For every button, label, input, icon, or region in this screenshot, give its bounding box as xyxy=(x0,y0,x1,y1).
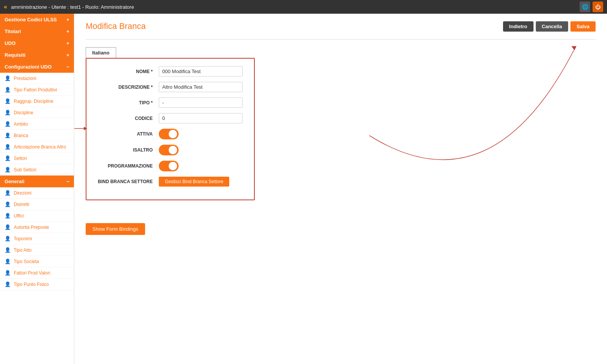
sidebar-item-label: Tipo Punto Fisico xyxy=(14,282,49,287)
user-icon: 👤 xyxy=(5,133,11,138)
sidebar-toggle-icon: + xyxy=(66,52,69,58)
sidebar-section-requisiti[interactable]: Requisiti+ xyxy=(0,49,74,61)
user-icon: 👤 xyxy=(5,98,11,104)
sidebar-item-tipo-punto-fisico[interactable]: 👤Tipo Punto Fisico xyxy=(0,279,74,290)
user-icon: 👤 xyxy=(5,224,11,230)
form-row-bind: BIND BRANCA SETTORE Gestisci Bind Branca… xyxy=(98,177,243,187)
sidebar-item-label: Prestazioni xyxy=(14,76,36,81)
user-icon: 👤 xyxy=(5,155,11,161)
form-row-codice: CODICE xyxy=(98,113,243,123)
sidebar-item-label: Tipo Societa xyxy=(14,259,39,264)
input-tipo[interactable] xyxy=(159,97,243,108)
sidebar-item-label: Discipline xyxy=(14,110,33,115)
user-icon: 👤 xyxy=(5,247,11,253)
sidebar-item-autorita-preposte[interactable]: 👤Autorita Preposte xyxy=(0,222,74,233)
show-bindings-button[interactable]: Show Form Bindings xyxy=(86,223,145,235)
sidebar-toggle-icon: − xyxy=(66,179,69,184)
toggle-programmazione[interactable] xyxy=(159,161,179,171)
user-icon: 👤 xyxy=(5,201,11,207)
input-descrizione[interactable] xyxy=(159,82,243,92)
sidebar-section-gestione-codici-ulss[interactable]: Gestione Codici ULSS+ xyxy=(0,14,74,26)
form-row-descrizione: DESCRIZIONE * xyxy=(98,82,243,92)
sidebar-item-direzioni[interactable]: 👤Direzioni xyxy=(0,187,74,199)
user-icon: 👤 xyxy=(5,213,11,219)
sidebar-item-distretti[interactable]: 👤Distretti xyxy=(0,199,74,210)
form-row-attiva: ATTIVA xyxy=(98,129,243,139)
sidebar-item-label: Branca xyxy=(14,133,28,138)
tab-bar: Italiano xyxy=(86,47,596,58)
power-button[interactable]: ⏻ xyxy=(593,2,603,12)
sidebar-item-tipo-societa[interactable]: 👤Tipo Societa xyxy=(0,256,74,267)
sidebar-toggle-icon: + xyxy=(66,17,69,22)
app-title: amministrazione - Utente : test1 - Ruolo… xyxy=(11,4,580,10)
topbar-icons: 🌐 ⏻ xyxy=(580,2,603,12)
sidebar-item-prestazioni[interactable]: 👤Prestazioni xyxy=(0,73,74,84)
sidebar-item-label: Direzioni xyxy=(14,190,32,196)
page-title: Modifica Branca xyxy=(86,21,146,31)
sidebar-section-generali[interactable]: Generali− xyxy=(0,176,74,187)
sidebar-item-ambito[interactable]: 👤Ambito xyxy=(0,118,74,130)
sidebar-item-articolazione-branca-altro[interactable]: 👤Articolazione Branca Altro xyxy=(0,141,74,153)
sidebar-item-toponimi[interactable]: 👤Toponimi xyxy=(0,233,74,244)
label-codice: CODICE xyxy=(98,116,159,121)
sidebar-section-label: Generali xyxy=(5,179,24,184)
sidebar-item-label: Fattori Prod Valori xyxy=(14,270,50,276)
sidebar-item-discipline[interactable]: 👤Discipline xyxy=(0,107,74,118)
sidebar-item-tipo-fattori-produttivi[interactable]: 👤Tipo Fattori Produttivi xyxy=(0,84,74,96)
label-descrizione: DESCRIZIONE * xyxy=(98,85,159,90)
sidebar-item-label: Ambito xyxy=(14,121,28,127)
user-icon: 👤 xyxy=(5,87,11,93)
sidebar-item-sub-settori[interactable]: 👤Sub Settori xyxy=(0,164,74,176)
user-icon: 👤 xyxy=(5,121,11,127)
input-codice[interactable] xyxy=(159,113,243,123)
header-buttons: Indietro Cancella Salva xyxy=(503,21,596,32)
sidebar-item-settori[interactable]: 👤Settori xyxy=(0,153,74,164)
gestisci-bind-button[interactable]: Gestisci Bind Branca Settore xyxy=(159,177,229,187)
sidebar-section-label: Gestione Codici ULSS xyxy=(5,17,57,22)
save-button[interactable]: Salva xyxy=(570,21,596,32)
back-button[interactable]: Indietro xyxy=(503,21,534,32)
sidebar-section-titolari[interactable]: Titolari+ xyxy=(0,26,74,37)
form-row-nome: NOME * xyxy=(98,66,243,77)
sidebar-item-branca[interactable]: 👤Branca xyxy=(0,130,74,141)
sidebar-section-label: Titolari xyxy=(5,29,21,34)
user-icon: 👤 xyxy=(5,259,11,264)
form-row-isaltro: ISALTRO xyxy=(98,145,243,155)
sidebar-item-label: Tipo Fattori Produttivi xyxy=(14,87,57,93)
topbar: « amministrazione - Utente : test1 - Ruo… xyxy=(0,0,607,14)
sidebar-item-label: Tipo Atto xyxy=(14,247,32,253)
user-icon: 👤 xyxy=(5,75,11,81)
form-inner: NOME * DESCRIZIONE * TIPO * CODICE xyxy=(86,58,255,200)
toggle-attiva[interactable] xyxy=(159,129,179,139)
sidebar-item-uffici[interactable]: 👤Uffici xyxy=(0,210,74,222)
toggle-isaltro[interactable] xyxy=(159,145,179,155)
user-icon: 👤 xyxy=(5,270,11,276)
form-row-tipo: TIPO * xyxy=(98,97,243,108)
sidebar-section-configurazioni-udo[interactable]: Configurazioni UDO− xyxy=(0,61,74,73)
label-isaltro: ISALTRO xyxy=(98,147,159,153)
sidebar-section-udo[interactable]: UDO+ xyxy=(0,37,74,49)
form-row-programmazione: PROGRAMMAZIONE xyxy=(98,161,243,171)
sidebar-item-label: Uffici xyxy=(14,213,24,219)
sidebar-item-label: Autorita Preposte xyxy=(14,225,49,230)
sidebar-section-label: Configurazioni UDO xyxy=(5,64,52,70)
sidebar-item-raggrup.-discipline[interactable]: 👤Raggrup. Discipline xyxy=(0,96,74,107)
sidebar-toggle-icon: − xyxy=(66,64,69,70)
tab-italiano[interactable]: Italiano xyxy=(86,47,116,58)
sidebar-item-label: Toponimi xyxy=(14,236,32,241)
globe-button[interactable]: 🌐 xyxy=(580,2,590,12)
label-attiva: ATTIVA xyxy=(98,131,159,137)
sidebar-section-label: Requisiti xyxy=(5,52,26,58)
user-icon: 👤 xyxy=(5,144,11,150)
page-header: Modifica Branca Indietro Cancella Salva xyxy=(86,21,596,32)
sidebar-item-label: Settori xyxy=(14,156,27,161)
sidebar-item-fattori-prod-valori[interactable]: 👤Fattori Prod Valori xyxy=(0,267,74,279)
user-icon: 👤 xyxy=(5,190,11,196)
show-bindings-container: Show Form Bindings xyxy=(86,212,596,235)
input-nome[interactable] xyxy=(159,66,243,77)
cancel-button[interactable]: Cancella xyxy=(536,21,568,32)
chevron-icon: « xyxy=(4,3,7,10)
sidebar-item-label: Distretti xyxy=(14,202,29,207)
sidebar-item-tipo-atto[interactable]: 👤Tipo Atto xyxy=(0,244,74,256)
sidebar-item-label: Sub Settori xyxy=(14,167,36,172)
